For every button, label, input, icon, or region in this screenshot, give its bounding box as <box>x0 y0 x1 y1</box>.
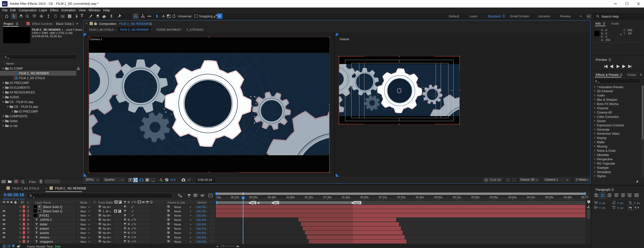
svg-text:¶: ¶ <box>630 206 632 210</box>
svg-text:¶: ¶ <box>635 206 636 210</box>
